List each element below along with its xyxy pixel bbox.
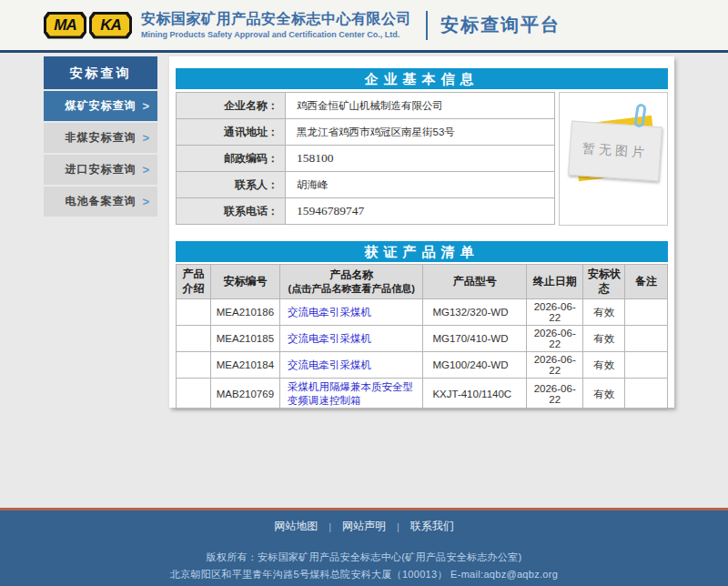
sidebar-item-non-coal-query[interactable]: 非煤安标查询 > [44, 123, 157, 153]
ka-badge-label: KA [92, 15, 129, 36]
column-header-model: 产品型号 [423, 265, 527, 299]
table-row: MEA210185 交流电牵引采煤机 MG170/410-WD 2026-06-… [177, 326, 668, 352]
cell-end-date: 2026-06-22 [527, 326, 583, 352]
table-row: 联系人： 胡海峰 [176, 172, 555, 198]
cell-remark [625, 326, 668, 352]
column-label: 产品名称 [281, 268, 422, 283]
cell-status: 有效 [583, 299, 625, 326]
sidebar-item-label: 非煤安标查询 [66, 131, 136, 144]
page-footer: 网站地图 | 网站声明 | 联系我们 版权所有：安标国家矿用产品安全标志中心(矿… [0, 508, 728, 586]
product-name-link[interactable]: 交流电牵引采煤机 [288, 359, 371, 370]
product-list-header: 获证产品清单 [176, 241, 668, 262]
cell-remark [625, 352, 668, 379]
field-label: 联系人： [177, 172, 286, 197]
enterprise-info-section: 企业名称： 鸡西金恒矿山机械制造有限公司 通讯地址： 黑龙江省鸡西市鸡冠区南星街… [176, 92, 668, 226]
maka-logo: MA KA [44, 12, 132, 39]
ma-badge-icon: MA [44, 12, 86, 39]
cell-intro [177, 352, 211, 379]
column-header-end-date: 终止日期 [527, 265, 583, 299]
column-label: 安标编号 [223, 275, 267, 288]
product-name-link[interactable]: 采煤机用隔爆兼本质安全型变频调速控制箱 [288, 381, 413, 406]
cell-end-date: 2026-06-22 [527, 379, 583, 410]
postcode-value: 158100 [286, 146, 555, 171]
column-label: 安标状态 [588, 268, 621, 295]
chevron-right-icon: > [142, 155, 150, 185]
column-header-code: 安标编号 [210, 265, 279, 299]
cell-product-name: 交流电牵引采煤机 [279, 352, 423, 379]
column-label: 终止日期 [533, 275, 577, 288]
cell-product-name: 交流电牵引采煤机 [279, 326, 423, 352]
column-header-intro: 产品介绍 [177, 265, 211, 299]
cell-end-date: 2026-06-22 [527, 299, 583, 326]
column-label: 产品介绍 [182, 268, 204, 295]
certified-product-table: 产品介绍 安标编号 产品名称 (点击产品名称查看产品信息) 产品型号 终止日期 … [176, 264, 668, 410]
sidebar-item-label: 电池备案查询 [66, 195, 136, 207]
column-label: 产品型号 [453, 275, 497, 288]
enterprise-info-table: 企业名称： 鸡西金恒矿山机械制造有限公司 通讯地址： 黑龙江省鸡西市鸡冠区南星街… [176, 92, 555, 226]
cell-intro [177, 299, 211, 326]
cell-remark [625, 299, 668, 326]
sidebar-item-battery-record-query[interactable]: 电池备案查询 > [44, 187, 157, 217]
cell-code: MEA210184 [210, 352, 279, 379]
product-name-link[interactable]: 交流电牵引采煤机 [288, 333, 371, 344]
top-header: MA KA 安标国家矿用产品安全标志中心有限公司 Mining Products… [0, 0, 728, 50]
cell-intro [177, 326, 211, 352]
table-row: MEA210184 交流电牵引采煤机 MG100/240-WD 2026-06-… [177, 352, 668, 379]
chevron-right-icon: > [142, 91, 150, 121]
ka-badge-icon: KA [89, 12, 132, 39]
cell-status: 有效 [583, 326, 625, 352]
cell-status: 有效 [583, 379, 625, 410]
footer-link-sitemap[interactable]: 网站地图 [274, 519, 318, 534]
page-body: 安标查询 煤矿安标查询 > 非煤安标查询 > 进口安标查询 > 电池备案查询 >… [0, 53, 728, 508]
chevron-right-icon: > [142, 123, 150, 153]
cell-model: MG132/320-WD [423, 299, 527, 326]
column-header-status: 安标状态 [583, 265, 625, 299]
cell-product-name: 采煤机用隔爆兼本质安全型变频调速控制箱 [279, 379, 423, 410]
field-label: 邮政编码： [177, 146, 286, 171]
footer-link-contact[interactable]: 联系我们 [410, 519, 454, 534]
cell-model: KXJT-410/1140C [423, 379, 527, 410]
platform-title: 安标查询平台 [440, 13, 561, 37]
cell-code: MAB210769 [210, 379, 279, 410]
cell-model: MG100/240-WD [423, 352, 527, 379]
table-row: 联系电话： 15946789747 [176, 198, 555, 225]
sidebar-item-coal-mine-query[interactable]: 煤矿安标查询 > [44, 91, 157, 121]
table-header-row: 产品介绍 安标编号 产品名称 (点击产品名称查看产品信息) 产品型号 终止日期 … [177, 265, 668, 299]
no-image-placeholder: 暂无图片 [559, 92, 668, 226]
cell-product-name: 交流电牵引采煤机 [279, 299, 423, 326]
ma-badge-label: MA [46, 15, 84, 36]
product-name-link[interactable]: 交流电牵引采煤机 [288, 307, 371, 318]
company-name-value: 鸡西金恒矿山机械制造有限公司 [286, 93, 555, 118]
cell-remark [625, 379, 668, 410]
column-header-remark: 备注 [625, 265, 668, 299]
address-value: 黑龙江省鸡西市鸡冠区南星街53号 [286, 119, 555, 145]
cell-intro [177, 379, 211, 410]
column-sublabel: (点击产品名称查看产品信息) [281, 282, 422, 295]
sidebar-item-import-query[interactable]: 进口安标查询 > [44, 155, 157, 185]
column-label: 备注 [635, 275, 657, 288]
footer-links: 网站地图 | 网站声明 | 联系我们 [0, 519, 728, 534]
phone-value: 15946789747 [286, 198, 555, 224]
field-label: 通讯地址： [177, 119, 286, 145]
link-separator: | [397, 521, 399, 532]
contact-person-value: 胡海峰 [286, 172, 555, 197]
footer-copyright: 版权所有：安标国家矿用产品安全标志中心(矿用产品安全标志办公室) [0, 551, 728, 564]
cell-end-date: 2026-06-22 [527, 352, 583, 379]
table-row: 邮政编码： 158100 [176, 146, 555, 172]
cell-code: MEA210186 [210, 299, 279, 326]
cell-code: MEA210185 [210, 326, 279, 352]
footer-link-statement[interactable]: 网站声明 [342, 519, 386, 534]
header-divider [426, 11, 428, 40]
table-row: MEA210186 交流电牵引采煤机 MG132/320-WD 2026-06-… [177, 299, 668, 326]
table-row: 企业名称： 鸡西金恒矿山机械制造有限公司 [176, 93, 555, 119]
cell-model: MG170/410-WD [423, 326, 527, 352]
sidebar-item-label: 煤矿安标查询 [66, 99, 136, 112]
org-name-en: Mining Products Safety Approval and Cert… [141, 30, 411, 39]
enterprise-info-header: 企业基本信息 [176, 68, 668, 89]
no-image-label: 暂无图片 [581, 141, 648, 162]
org-titles: 安标国家矿用产品安全标志中心有限公司 Mining Products Safet… [141, 11, 411, 40]
photo-card-front: 暂无图片 [568, 121, 662, 182]
sidebar-item-label: 进口安标查询 [66, 163, 136, 176]
query-sidebar: 安标查询 煤矿安标查询 > 非煤安标查询 > 进口安标查询 > 电池备案查询 > [44, 56, 157, 217]
org-name-cn: 安标国家矿用产品安全标志中心有限公司 [141, 11, 411, 27]
